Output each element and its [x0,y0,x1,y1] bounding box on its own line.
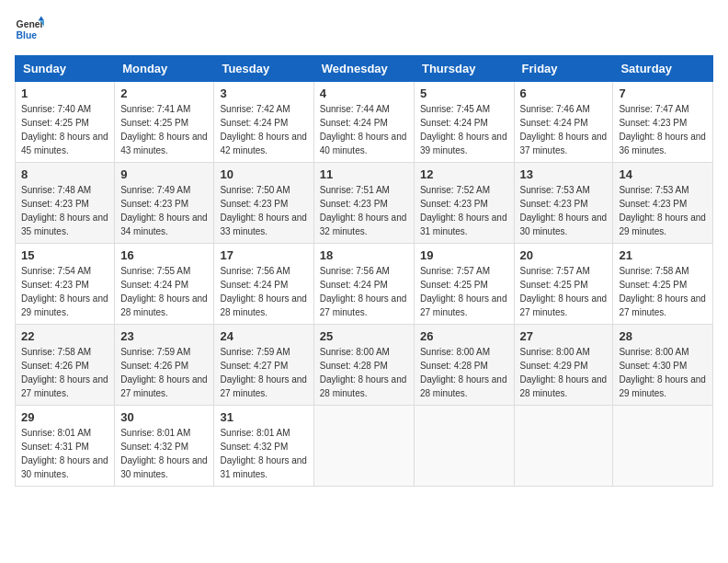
calendar-week-row: 22Sunrise: 7:58 AMSunset: 4:26 PMDayligh… [16,325,713,406]
calendar-day-cell: 2Sunrise: 7:41 AMSunset: 4:25 PMDaylight… [115,82,214,163]
logo: General Blue [15,15,44,44]
calendar-day-cell: 22Sunrise: 7:58 AMSunset: 4:26 PMDayligh… [16,325,115,406]
day-info: Sunrise: 8:01 AMSunset: 4:32 PMDaylight:… [220,426,307,481]
calendar-day-cell: 6Sunrise: 7:46 AMSunset: 4:24 PMDaylight… [514,82,613,163]
calendar-day-cell: 27Sunrise: 8:00 AMSunset: 4:29 PMDayligh… [514,325,613,406]
svg-text:General: General [17,19,44,29]
day-number: 13 [520,167,608,181]
day-number: 1 [21,86,108,100]
weekday-header: Friday [514,56,613,82]
calendar-day-cell: 12Sunrise: 7:52 AMSunset: 4:23 PMDayligh… [414,163,514,244]
calendar-day-cell: 23Sunrise: 7:59 AMSunset: 4:26 PMDayligh… [115,325,214,406]
day-info: Sunrise: 7:52 AMSunset: 4:23 PMDaylight:… [420,183,508,238]
page-header: General Blue [15,15,713,44]
day-number: 5 [420,86,508,100]
day-info: Sunrise: 7:56 AMSunset: 4:24 PMDaylight:… [320,264,408,319]
weekday-header: Sunday [16,56,115,82]
day-info: Sunrise: 7:40 AMSunset: 4:25 PMDaylight:… [21,102,108,157]
day-info: Sunrise: 7:50 AMSunset: 4:23 PMDaylight:… [220,183,307,238]
day-info: Sunrise: 8:01 AMSunset: 4:31 PMDaylight:… [21,426,108,481]
day-number: 7 [619,86,707,100]
calendar-day-cell: 30Sunrise: 8:01 AMSunset: 4:32 PMDayligh… [115,406,214,487]
day-number: 29 [21,410,108,424]
day-number: 8 [21,167,108,181]
day-info: Sunrise: 7:53 AMSunset: 4:23 PMDaylight:… [619,183,707,238]
calendar-day-cell: 28Sunrise: 8:00 AMSunset: 4:30 PMDayligh… [613,325,713,406]
day-number: 23 [120,329,208,343]
calendar-day-cell: 10Sunrise: 7:50 AMSunset: 4:23 PMDayligh… [214,163,313,244]
day-info: Sunrise: 7:58 AMSunset: 4:26 PMDaylight:… [21,345,108,400]
day-number: 9 [120,167,208,181]
day-info: Sunrise: 7:51 AMSunset: 4:23 PMDaylight:… [320,183,408,238]
calendar-week-row: 8Sunrise: 7:48 AMSunset: 4:23 PMDaylight… [16,163,713,244]
calendar-day-cell: 3Sunrise: 7:42 AMSunset: 4:24 PMDaylight… [214,82,313,163]
calendar-day-cell: 7Sunrise: 7:47 AMSunset: 4:23 PMDaylight… [613,82,713,163]
day-number: 30 [120,410,208,424]
day-number: 31 [220,410,307,424]
weekday-header: Monday [115,56,214,82]
calendar-day-cell: 14Sunrise: 7:53 AMSunset: 4:23 PMDayligh… [613,163,713,244]
day-number: 22 [21,329,108,343]
day-number: 28 [619,329,707,343]
calendar-day-cell: 15Sunrise: 7:54 AMSunset: 4:23 PMDayligh… [16,244,115,325]
day-info: Sunrise: 8:00 AMSunset: 4:30 PMDaylight:… [619,345,707,400]
day-info: Sunrise: 7:46 AMSunset: 4:24 PMDaylight:… [520,102,608,157]
calendar-day-cell: 31Sunrise: 8:01 AMSunset: 4:32 PMDayligh… [214,406,313,487]
day-info: Sunrise: 7:54 AMSunset: 4:23 PMDaylight:… [21,264,108,319]
calendar-week-row: 1Sunrise: 7:40 AMSunset: 4:25 PMDaylight… [16,82,713,163]
day-info: Sunrise: 7:57 AMSunset: 4:25 PMDaylight:… [520,264,608,319]
day-info: Sunrise: 7:59 AMSunset: 4:26 PMDaylight:… [120,345,208,400]
calendar-day-cell: 17Sunrise: 7:56 AMSunset: 4:24 PMDayligh… [214,244,313,325]
day-number: 6 [520,86,608,100]
calendar-day-cell: 8Sunrise: 7:48 AMSunset: 4:23 PMDaylight… [16,163,115,244]
calendar-day-cell: 29Sunrise: 8:01 AMSunset: 4:31 PMDayligh… [16,406,115,487]
calendar-day-cell: 19Sunrise: 7:57 AMSunset: 4:25 PMDayligh… [414,244,514,325]
calendar-week-row: 29Sunrise: 8:01 AMSunset: 4:31 PMDayligh… [16,406,713,487]
day-number: 10 [220,167,307,181]
logo-icon: General Blue [15,15,44,44]
day-number: 14 [619,167,707,181]
calendar-day-cell: 1Sunrise: 7:40 AMSunset: 4:25 PMDaylight… [16,82,115,163]
day-number: 21 [619,248,707,262]
weekday-header: Thursday [414,56,514,82]
svg-marker-2 [39,17,44,21]
day-number: 15 [21,248,108,262]
calendar-day-cell: 16Sunrise: 7:55 AMSunset: 4:24 PMDayligh… [115,244,214,325]
day-info: Sunrise: 7:59 AMSunset: 4:27 PMDaylight:… [220,345,307,400]
calendar-day-cell: 25Sunrise: 8:00 AMSunset: 4:28 PMDayligh… [313,325,414,406]
day-number: 25 [320,329,408,343]
calendar-day-cell: 21Sunrise: 7:58 AMSunset: 4:25 PMDayligh… [613,244,713,325]
day-info: Sunrise: 8:00 AMSunset: 4:28 PMDaylight:… [320,345,408,400]
day-number: 24 [220,329,307,343]
day-info: Sunrise: 7:42 AMSunset: 4:24 PMDaylight:… [220,102,307,157]
calendar-day-cell: 9Sunrise: 7:49 AMSunset: 4:23 PMDaylight… [115,163,214,244]
calendar-day-cell: 4Sunrise: 7:44 AMSunset: 4:24 PMDaylight… [313,82,414,163]
day-number: 12 [420,167,508,181]
day-info: Sunrise: 7:58 AMSunset: 4:25 PMDaylight:… [619,264,707,319]
day-info: Sunrise: 7:53 AMSunset: 4:23 PMDaylight:… [520,183,608,238]
day-number: 20 [520,248,608,262]
calendar-day-cell: 26Sunrise: 8:00 AMSunset: 4:28 PMDayligh… [414,325,514,406]
day-info: Sunrise: 7:49 AMSunset: 4:23 PMDaylight:… [120,183,208,238]
day-info: Sunrise: 7:44 AMSunset: 4:24 PMDaylight:… [320,102,408,157]
day-number: 4 [320,86,408,100]
calendar-day-cell: 5Sunrise: 7:45 AMSunset: 4:24 PMDaylight… [414,82,514,163]
day-info: Sunrise: 8:01 AMSunset: 4:32 PMDaylight:… [120,426,208,481]
day-info: Sunrise: 7:55 AMSunset: 4:24 PMDaylight:… [120,264,208,319]
calendar-body: 1Sunrise: 7:40 AMSunset: 4:25 PMDaylight… [16,82,713,487]
weekday-header: Saturday [613,56,713,82]
calendar-day-cell: 18Sunrise: 7:56 AMSunset: 4:24 PMDayligh… [313,244,414,325]
day-info: Sunrise: 7:56 AMSunset: 4:24 PMDaylight:… [220,264,307,319]
calendar-day-cell: 20Sunrise: 7:57 AMSunset: 4:25 PMDayligh… [514,244,613,325]
day-number: 11 [320,167,408,181]
day-info: Sunrise: 7:47 AMSunset: 4:23 PMDaylight:… [619,102,707,157]
day-number: 3 [220,86,307,100]
day-number: 26 [420,329,508,343]
day-number: 18 [320,248,408,262]
day-info: Sunrise: 8:00 AMSunset: 4:28 PMDaylight:… [420,345,508,400]
day-number: 27 [520,329,608,343]
calendar-table: SundayMondayTuesdayWednesdayThursdayFrid… [15,55,713,487]
day-number: 16 [120,248,208,262]
calendar-day-cell: 11Sunrise: 7:51 AMSunset: 4:23 PMDayligh… [313,163,414,244]
calendar-header-row: SundayMondayTuesdayWednesdayThursdayFrid… [16,56,713,82]
